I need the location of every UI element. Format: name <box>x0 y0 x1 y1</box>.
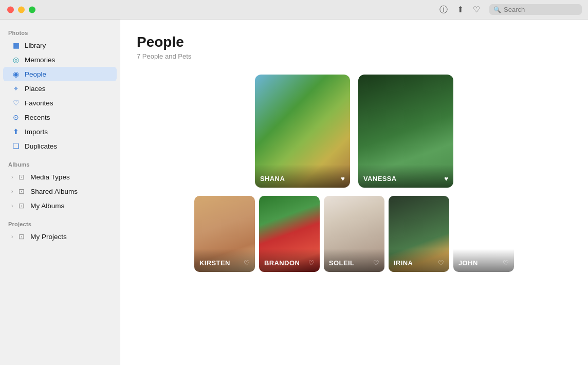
albums-section-label: Albums <box>0 157 120 170</box>
search-input[interactable] <box>504 6 578 13</box>
person-name-brandon: Brandon <box>264 259 300 267</box>
person-card-brandon[interactable]: Brandon ♡ <box>259 196 320 272</box>
person-card-john[interactable]: John ♡ <box>453 196 514 272</box>
toolbar-icons: ⓘ ⬆ ♡ 🔍 <box>439 4 582 15</box>
person-card-soleil[interactable]: Soleil ♡ <box>324 196 384 272</box>
imports-icon: ⬆ <box>11 127 21 136</box>
sidebar-item-library[interactable]: ▦ Library <box>3 38 117 52</box>
person-name-shana: SHANA <box>260 175 285 182</box>
heart-icon-irina[interactable]: ♡ <box>438 259 444 267</box>
heart-toolbar-icon[interactable]: ♡ <box>473 6 480 14</box>
person-name-john: John <box>458 259 478 267</box>
person-name-irina: Irina <box>394 259 413 267</box>
person-overlay-shana: SHANA ♥ <box>255 165 350 188</box>
sidebar-item-people[interactable]: ◉ People <box>3 67 117 81</box>
search-bar[interactable]: 🔍 <box>489 4 582 15</box>
heart-icon-soleil[interactable]: ♡ <box>373 259 379 267</box>
projects-section-label: Projects <box>0 217 120 229</box>
person-card-vanessa[interactable]: VANESSA ♥ <box>358 75 453 188</box>
memories-icon: ◎ <box>11 55 21 64</box>
people-grid-top: SHANA ♥ VANESSA ♥ <box>137 75 572 188</box>
chevron-icon: › <box>11 203 13 209</box>
titlebar: ⓘ ⬆ ♡ 🔍 <box>0 0 588 20</box>
person-card-kirsten[interactable]: Kirsten ♡ <box>194 196 255 272</box>
sidebar-item-label: Memories <box>25 56 108 64</box>
sidebar-item-label: Duplicates <box>25 142 108 150</box>
sidebar-item-label: Media Types <box>30 173 108 181</box>
heart-icon-john[interactable]: ♡ <box>503 259 509 267</box>
content-area: People 7 People and Pets SHANA ♥ VANESSA… <box>120 20 588 365</box>
sidebar-item-shared-albums[interactable]: › ⊡ Shared Albums <box>3 184 117 198</box>
sidebar-item-my-albums[interactable]: › ⊡ My Albums <box>3 198 117 213</box>
heart-icon-brandon[interactable]: ♡ <box>308 259 315 267</box>
person-overlay-soleil: Soleil ♡ <box>324 249 384 272</box>
maximize-button[interactable] <box>29 6 35 13</box>
person-name-soleil: Soleil <box>329 259 354 267</box>
sidebar-item-media-types[interactable]: › ⊡ Media Types <box>3 170 117 184</box>
places-icon: ⌖ <box>11 84 21 93</box>
favorites-icon: ♡ <box>11 98 21 107</box>
heart-icon-shana[interactable]: ♥ <box>341 175 345 182</box>
sidebar-item-imports[interactable]: ⬆ Imports <box>3 124 117 139</box>
sidebar-item-places[interactable]: ⌖ Places <box>3 81 117 96</box>
sidebar-item-my-projects[interactable]: › ⊡ My Projects <box>3 229 117 244</box>
duplicates-icon: ❑ <box>11 141 21 151</box>
people-grid-bottom: Kirsten ♡ Brandon ♡ Soleil ♡ Irina <box>137 196 572 272</box>
person-name-vanessa: VANESSA <box>363 175 397 182</box>
info-icon[interactable]: ⓘ <box>439 6 448 14</box>
sidebar-item-label: Recents <box>25 114 108 121</box>
page-title: People <box>137 34 572 50</box>
person-overlay-vanessa: VANESSA ♥ <box>358 165 453 188</box>
traffic-lights <box>7 6 35 13</box>
my-albums-icon: ⊡ <box>17 201 26 210</box>
share-icon[interactable]: ⬆ <box>457 6 464 14</box>
sidebar-item-label: My Albums <box>30 202 108 210</box>
sidebar-item-label: Places <box>25 85 108 93</box>
page-subtitle: 7 People and Pets <box>137 52 572 60</box>
my-projects-icon: ⊡ <box>17 232 26 241</box>
media-types-icon: ⊡ <box>17 172 26 181</box>
heart-icon-vanessa[interactable]: ♥ <box>444 175 448 182</box>
recents-icon: ⊙ <box>11 113 21 122</box>
sidebar: Photos ▦ Library ◎ Memories ◉ People ⌖ P… <box>0 20 120 365</box>
chevron-icon: › <box>11 189 13 194</box>
library-icon: ▦ <box>11 41 21 50</box>
shared-albums-icon: ⊡ <box>17 187 26 196</box>
person-overlay-brandon: Brandon ♡ <box>259 249 320 272</box>
close-button[interactable] <box>7 6 14 13</box>
photos-section-label: Photos <box>0 26 120 38</box>
sidebar-item-label: Favorites <box>25 99 108 107</box>
sidebar-item-label: Imports <box>25 128 108 136</box>
sidebar-item-label: Shared Albums <box>30 188 108 195</box>
heart-icon-kirsten[interactable]: ♡ <box>244 259 250 267</box>
search-icon: 🔍 <box>493 6 501 13</box>
sidebar-item-memories[interactable]: ◎ Memories <box>3 52 117 67</box>
sidebar-item-favorites[interactable]: ♡ Favorites <box>3 96 117 110</box>
person-overlay-irina: Irina ♡ <box>389 249 449 272</box>
sidebar-item-recents[interactable]: ⊙ Recents <box>3 110 117 124</box>
minimize-button[interactable] <box>18 6 25 13</box>
sidebar-item-label: Library <box>25 42 108 49</box>
sidebar-item-duplicates[interactable]: ❑ Duplicates <box>3 139 117 153</box>
person-overlay-john: John ♡ <box>453 249 514 272</box>
chevron-icon: › <box>11 174 13 180</box>
sidebar-item-label: People <box>25 70 108 78</box>
person-name-kirsten: Kirsten <box>199 259 230 267</box>
main-layout: Photos ▦ Library ◎ Memories ◉ People ⌖ P… <box>0 20 588 365</box>
person-card-shana[interactable]: SHANA ♥ <box>255 75 350 188</box>
sidebar-item-label: My Projects <box>30 233 108 241</box>
chevron-icon: › <box>11 234 13 240</box>
person-card-irina[interactable]: Irina ♡ <box>389 196 449 272</box>
people-icon: ◉ <box>11 69 21 79</box>
person-overlay-kirsten: Kirsten ♡ <box>194 249 255 272</box>
